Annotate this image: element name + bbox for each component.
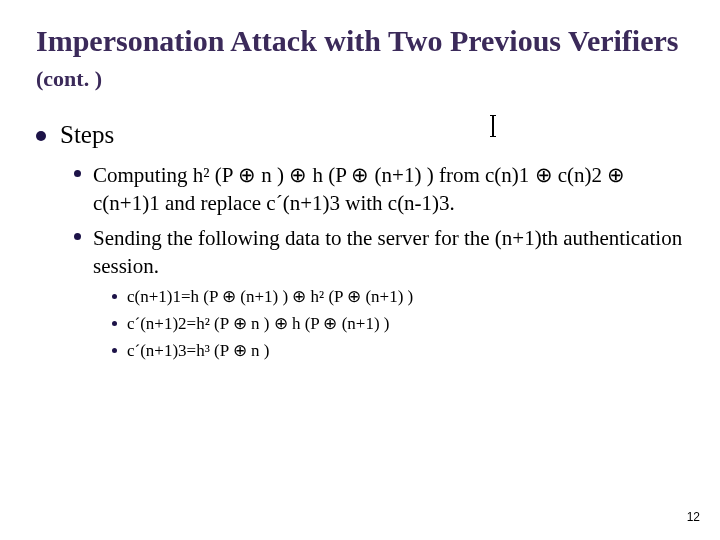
equation-text: c´(n+1)3=h³ (P ⊕ n ) xyxy=(127,340,269,363)
equation-text: c´(n+1)2=h² (P ⊕ n ) ⊕ h (P ⊕ (n+1) ) xyxy=(127,313,390,336)
equation-text: c(n+1)1=h (P ⊕ (n+1) ) ⊕ h² (P ⊕ (n+1) ) xyxy=(127,286,413,309)
list-item: Computing h² (P ⊕ n ) ⊕ h (P ⊕ (n+1) ) f… xyxy=(74,161,684,218)
bullet-icon xyxy=(74,170,81,177)
list-item: c´(n+1)3=h³ (P ⊕ n ) xyxy=(112,340,684,363)
steps-heading: Steps xyxy=(60,121,114,149)
step-text: Sending the following data to the server… xyxy=(93,224,684,281)
list-item: Sending the following data to the server… xyxy=(74,224,684,281)
slide-title: Impersonation Attack with Two Previous V… xyxy=(36,24,684,93)
slide: Impersonation Attack with Two Previous V… xyxy=(0,0,720,540)
bullet-icon xyxy=(74,233,81,240)
list-item: c(n+1)1=h (P ⊕ (n+1) ) ⊕ h² (P ⊕ (n+1) ) xyxy=(112,286,684,309)
title-cont: (cont. ) xyxy=(36,66,102,91)
text-cursor-icon xyxy=(492,116,494,136)
list-item: Steps xyxy=(36,121,684,149)
step-text: Computing h² (P ⊕ n ) ⊕ h (P ⊕ (n+1) ) f… xyxy=(93,161,684,218)
list-item: c´(n+1)2=h² (P ⊕ n ) ⊕ h (P ⊕ (n+1) ) xyxy=(112,313,684,336)
title-main: Impersonation Attack with Two Previous V… xyxy=(36,24,679,57)
bullet-icon xyxy=(36,131,46,141)
bullet-icon xyxy=(112,321,117,326)
page-number: 12 xyxy=(687,510,700,524)
bullet-icon xyxy=(112,348,117,353)
bullet-icon xyxy=(112,294,117,299)
